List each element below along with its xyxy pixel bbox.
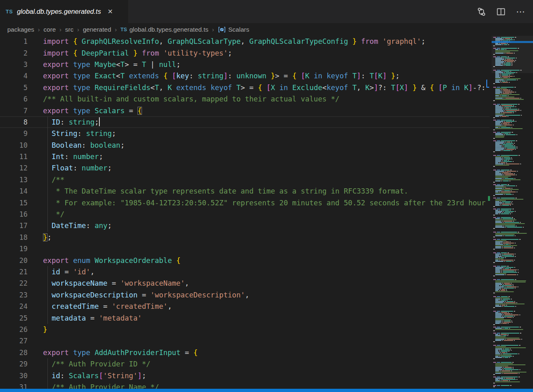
- code-line[interactable]: 26}: [0, 324, 490, 335]
- code-line[interactable]: 9 String: string;: [0, 128, 490, 139]
- editor-actions: ⋯: [477, 0, 533, 23]
- indent-guide: [47, 278, 48, 289]
- breadcrumb-item-core[interactable]: core: [43, 26, 56, 33]
- breadcrumb-item-scalars[interactable]: Scalars: [218, 26, 249, 33]
- code-line[interactable]: 22 workspaceName = 'workspaceName',: [0, 278, 490, 289]
- code-text: export type RequireFields<T, K extends k…: [43, 84, 490, 92]
- code-line[interactable]: 12 Float: number;: [0, 162, 490, 174]
- breadcrumb-item-global-db-types-generated-ts[interactable]: TSglobal.db.types.generated.ts: [120, 26, 208, 33]
- code-line[interactable]: 24 createdTime = 'createdTime',: [0, 301, 490, 312]
- code-text: /** Auth Provider Name */: [43, 383, 159, 389]
- line-number: 26: [0, 325, 28, 334]
- breadcrumb: packages›core›src›generated›TSglobal.db.…: [0, 23, 533, 36]
- code-editor[interactable]: 1import { GraphQLResolveInfo, GraphQLSca…: [0, 36, 490, 389]
- line-number: 2: [0, 49, 28, 57]
- code-line[interactable]: 30 id: Scalars['String'];: [0, 370, 490, 381]
- indent-guide: [47, 197, 48, 208]
- code-line[interactable]: 29 /** Auth Provider ID */: [0, 358, 490, 370]
- indent-guide: [47, 116, 48, 128]
- code-text: id: Scalars['String'];: [43, 372, 146, 380]
- chevron-right-icon: ›: [115, 26, 117, 33]
- line-number: 11: [0, 153, 28, 161]
- close-icon[interactable]: ✕: [107, 8, 113, 15]
- split-editor-icon[interactable]: [496, 7, 505, 16]
- code-text: id = 'id',: [43, 268, 95, 276]
- code-text: /**: [43, 176, 64, 184]
- tab-global-db-types-generated[interactable]: TS global.db.types.generated.ts ✕: [0, 0, 128, 23]
- indent-guide: [47, 370, 48, 381]
- code-line[interactable]: 31 /** Auth Provider Name */: [0, 381, 490, 389]
- code-text: import { GraphQLResolveInfo, GraphQLScal…: [43, 37, 426, 45]
- code-line[interactable]: 23 workspaceDescription = 'workspaceDesc…: [0, 289, 490, 301]
- editor-tab-bar: TS global.db.types.generated.ts ✕: [0, 0, 533, 23]
- text-cursor: [99, 117, 100, 126]
- breadcrumb-item-packages[interactable]: packages: [7, 26, 34, 33]
- code-line[interactable]: 17 DateTime: any;: [0, 220, 490, 231]
- indent-guide: [47, 266, 48, 278]
- code-text: export type AddAuthProviderInput = {: [43, 349, 198, 357]
- line-number: 10: [0, 141, 28, 149]
- code-line[interactable]: 3export type Maybe<T> = T | null;: [0, 59, 490, 70]
- code-line[interactable]: 13 /**: [0, 174, 490, 185]
- code-line[interactable]: 18};: [0, 232, 490, 243]
- code-line[interactable]: 10 Boolean: boolean;: [0, 140, 490, 151]
- more-actions-icon[interactable]: ⋯: [516, 6, 526, 17]
- breadcrumb-item-generated[interactable]: generated: [83, 26, 111, 33]
- code-line[interactable]: 2import { DeepPartial } from 'utility-ty…: [0, 47, 490, 58]
- code-line[interactable]: 25 metadata = 'metadata': [0, 312, 490, 323]
- line-number: 25: [0, 314, 28, 322]
- code-line[interactable]: 15 * For example: "1985-04-12T23:20:50.5…: [0, 197, 490, 208]
- line-number: 7: [0, 107, 28, 115]
- typescript-file-icon: TS: [6, 9, 13, 15]
- typescript-file-icon: TS: [120, 27, 127, 32]
- indent-guide: [47, 381, 48, 389]
- line-number: 21: [0, 268, 28, 276]
- code-line[interactable]: 16 */: [0, 209, 490, 220]
- breadcrumb-label: core: [43, 26, 56, 33]
- chevron-right-icon: ›: [38, 26, 40, 33]
- line-number: 22: [0, 279, 28, 287]
- indent-guide: [47, 209, 48, 220]
- indent-guide: [47, 185, 48, 197]
- code-line[interactable]: 1import { GraphQLResolveInfo, GraphQLSca…: [0, 36, 490, 47]
- code-text: export type Exact<T extends { [key: stri…: [43, 72, 400, 80]
- chevron-right-icon: ›: [60, 26, 62, 33]
- line-number: 18: [0, 233, 28, 241]
- code-text: export enum WorkspaceOrderable {: [43, 256, 181, 265]
- code-text: workspaceDescription = 'workspaceDescrip…: [43, 291, 249, 299]
- line-number: 27: [0, 337, 28, 345]
- code-line[interactable]: 5export type RequireFields<T, K extends …: [0, 82, 490, 93]
- code-line[interactable]: 27: [0, 335, 490, 347]
- minimap-canvas: [492, 36, 533, 389]
- chevron-right-icon: ›: [77, 26, 79, 33]
- line-number: 15: [0, 199, 28, 207]
- code-line[interactable]: 20export enum WorkspaceOrderable {: [0, 254, 490, 266]
- line-number: 8: [0, 118, 28, 126]
- code-line[interactable]: 19: [0, 243, 490, 254]
- breadcrumb-label: packages: [7, 26, 34, 33]
- code-line[interactable]: 8 ID: string;: [0, 116, 490, 128]
- indent-guide: [47, 174, 48, 185]
- code-line[interactable]: 6/** All built-in and custom scalars, ma…: [0, 93, 490, 105]
- line-number: 5: [0, 84, 28, 92]
- code-text: workspaceName = 'workspaceName',: [43, 279, 189, 287]
- code-line[interactable]: 14 * The DateTime scalar type represents…: [0, 185, 490, 197]
- indent-guide: [47, 140, 48, 151]
- breadcrumb-item-src[interactable]: src: [65, 26, 74, 33]
- code-line[interactable]: 7export type Scalars = {: [0, 105, 490, 116]
- line-number: 1: [0, 37, 28, 45]
- code-text: * The DateTime scalar type represents da…: [43, 187, 408, 195]
- open-changes-icon[interactable]: [477, 7, 486, 16]
- line-number: 30: [0, 372, 28, 380]
- breadcrumb-label: generated: [83, 26, 111, 33]
- vscode-window: TS global.db.types.generated.ts ✕: [0, 0, 533, 392]
- code-line[interactable]: 21 id = 'id',: [0, 266, 490, 278]
- code-line[interactable]: 4export type Exact<T extends { [key: str…: [0, 70, 490, 82]
- status-bar[interactable]: [0, 389, 533, 392]
- indent-guide: [47, 289, 48, 301]
- code-text: /** Auth Provider ID */: [43, 360, 150, 368]
- code-line[interactable]: 28export type AddAuthProviderInput = {: [0, 347, 490, 358]
- code-line[interactable]: 11 Int: number;: [0, 151, 490, 162]
- code-text: */: [43, 210, 64, 218]
- minimap[interactable]: [492, 36, 533, 389]
